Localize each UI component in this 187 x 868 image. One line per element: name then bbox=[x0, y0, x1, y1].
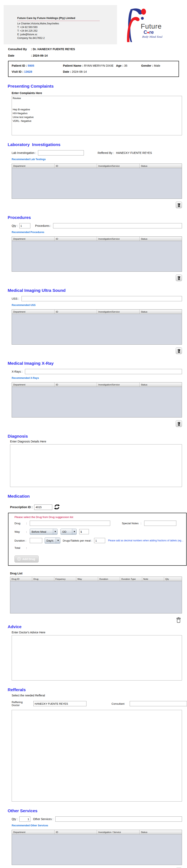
drug-input[interactable] bbox=[30, 521, 110, 526]
patient-info-box: Patient ID : 5905 Patient Name : RYAN ME… bbox=[8, 61, 179, 77]
ultrasound-title: Medical Imaging Ultra Sound bbox=[8, 288, 187, 293]
date-label: Date bbox=[8, 54, 30, 57]
column-header: ID bbox=[54, 164, 97, 168]
column-header: Investigation/Service bbox=[97, 237, 140, 241]
lab-investigation-input[interactable] bbox=[38, 150, 84, 155]
patient-row-2: Visit ID : 13628 Date : 2024-06-14 bbox=[12, 70, 175, 73]
trash-icon bbox=[177, 421, 181, 426]
procedures-title: Procedures bbox=[8, 215, 187, 220]
delete-drug-button[interactable] bbox=[175, 617, 182, 624]
complaints-textarea[interactable]: Review Hep B-negative HIV-Negativo Urine… bbox=[12, 96, 182, 135]
other-services-input[interactable] bbox=[55, 816, 182, 822]
column-header: ID bbox=[54, 310, 97, 314]
age-value: 35 bbox=[124, 64, 127, 67]
procedures-input[interactable] bbox=[53, 223, 182, 228]
column-header: Department bbox=[12, 382, 54, 387]
column-header: ID bbox=[54, 382, 97, 387]
prescription-id-input[interactable] bbox=[34, 504, 52, 510]
refresh-icon bbox=[54, 504, 60, 510]
referred-by-value: HANECKY FUENTE REYES bbox=[116, 151, 152, 154]
diagnosis-title: Diagnosis bbox=[8, 434, 187, 439]
xrays-input[interactable] bbox=[25, 369, 182, 374]
add-drug-button[interactable]: Add Drug bbox=[14, 555, 39, 562]
company-phone2: T: +24 84 225 252 bbox=[17, 29, 100, 33]
referring-doctor-input[interactable] bbox=[33, 701, 86, 706]
company-name: Future Care by Future Holdings (Pty) Lim… bbox=[17, 16, 100, 21]
column-header: Department bbox=[12, 164, 54, 168]
logo-tagline: Body Mind Soul bbox=[142, 35, 162, 38]
way-select[interactable]: Before Meal bbox=[30, 529, 58, 535]
recommended-procedures-link[interactable]: Recommended Procedures bbox=[12, 231, 44, 234]
advice-textarea[interactable] bbox=[12, 635, 182, 681]
frequency-select[interactable]: OD bbox=[61, 529, 77, 535]
delete-procedure-button[interactable] bbox=[176, 275, 182, 281]
way-selected-value: Before Meal bbox=[30, 530, 48, 533]
column-header: ID bbox=[54, 237, 97, 241]
column-header: Note bbox=[142, 577, 164, 581]
recommended-xrays-link[interactable]: Recommended X-Rays bbox=[12, 377, 39, 379]
visit-date-value: 2024-06-14 bbox=[72, 70, 87, 73]
chevron-down-icon bbox=[72, 529, 76, 534]
consultant-input[interactable] bbox=[130, 701, 187, 706]
advice-title: Advice bbox=[8, 624, 187, 629]
delete-xray-button[interactable] bbox=[176, 420, 182, 427]
consulted-by-label: Consulted By bbox=[8, 48, 30, 51]
colon: : bbox=[31, 54, 32, 57]
column-header: Status bbox=[139, 310, 182, 314]
patient-name-label: Patient Name : bbox=[63, 64, 83, 67]
trash-outline-icon bbox=[176, 617, 181, 623]
refresh-prescription-button[interactable] bbox=[54, 504, 60, 510]
other-services-label: Other Services : bbox=[33, 817, 53, 821]
way-label: Way bbox=[14, 530, 26, 533]
patient-id-value: 5905 bbox=[28, 64, 34, 67]
recommended-other-services-link[interactable]: Recommended Other Services bbox=[12, 824, 48, 827]
duration-unit-select[interactable]: Day/s bbox=[45, 537, 60, 544]
column-header: Status bbox=[139, 830, 182, 834]
consultant-label: Consultant bbox=[112, 702, 125, 705]
colon: : bbox=[31, 48, 32, 51]
procedures-qty-input[interactable] bbox=[19, 223, 30, 228]
presenting-complaints-title: Presenting Complaints bbox=[8, 84, 187, 89]
consultation-page: Future Care by Future Holdings (Pty) Lim… bbox=[0, 5, 187, 868]
way-qty-input[interactable] bbox=[79, 529, 89, 534]
special-notes-input[interactable] bbox=[144, 521, 176, 526]
trash-icon bbox=[177, 348, 181, 353]
column-header: Status bbox=[139, 164, 182, 168]
other-qty-input[interactable] bbox=[19, 816, 30, 822]
column-header: Investigation/Service bbox=[97, 382, 140, 387]
age-label: Age : bbox=[116, 64, 123, 67]
column-header: Investigation/Service bbox=[97, 310, 140, 314]
column-header: Way bbox=[76, 577, 98, 581]
uss-input[interactable] bbox=[22, 296, 182, 301]
duration-input[interactable] bbox=[30, 538, 42, 543]
recommended-uss-link[interactable]: Recommended USS bbox=[12, 304, 36, 307]
column-header: Status bbox=[139, 237, 182, 241]
future-care-logo: Future C♥re Body Mind Soul bbox=[117, 5, 183, 44]
per-meal-input[interactable] bbox=[94, 538, 105, 543]
trash-icon bbox=[177, 276, 181, 280]
referrals-title: Refferals bbox=[8, 687, 187, 692]
other-qty-label: Qty : bbox=[12, 817, 18, 821]
xrays-label: X-Rays : bbox=[12, 370, 23, 373]
trash-icon bbox=[177, 203, 181, 207]
table-empty-body bbox=[12, 834, 182, 865]
consulted-by-line: Consulted By : Dr. HANECKY FUENTE REYES bbox=[8, 48, 187, 51]
gender-label: Gender : bbox=[141, 64, 153, 67]
heart-icon: ♥ bbox=[147, 31, 149, 35]
table-empty-body bbox=[12, 241, 182, 272]
lab-results-table: Department ID Investigation/Service Stat… bbox=[12, 163, 182, 199]
fraction-note: Please add as decimal numbers when addin… bbox=[108, 539, 184, 542]
diagnosis-textarea[interactable] bbox=[10, 444, 182, 487]
table-empty-body bbox=[10, 581, 182, 614]
column-header: Drug bbox=[32, 577, 54, 581]
delete-lab-testing-button[interactable] bbox=[176, 202, 182, 208]
column-header: Department bbox=[12, 237, 54, 241]
patient-name-value: RYAN MERVYN DIXIE bbox=[84, 64, 114, 67]
referral-list-box[interactable] bbox=[12, 710, 182, 802]
referring-doctor-label: Reffering Doctor bbox=[12, 701, 31, 707]
column-header: Duration Type bbox=[120, 577, 142, 581]
laboratory-title: Laboratory Investigations bbox=[8, 142, 187, 147]
recommended-lab-testings-link[interactable]: Recommended Lab Testings bbox=[12, 158, 46, 161]
delete-uss-button[interactable] bbox=[176, 347, 182, 354]
uss-label: USS : bbox=[12, 297, 19, 300]
